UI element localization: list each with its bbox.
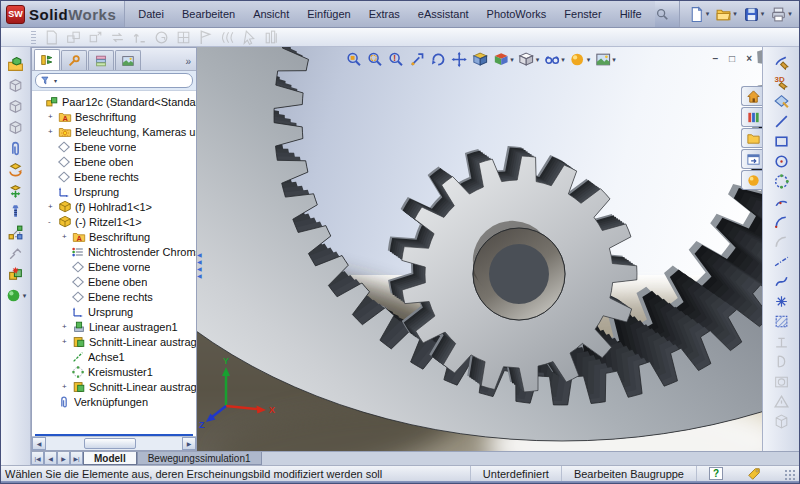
- featuremanager-tab[interactable]: [34, 49, 60, 70]
- circle-button[interactable]: [768, 151, 794, 171]
- print-button[interactable]: ▾: [768, 4, 794, 25]
- hide-show-items-button[interactable]: ▾: [541, 50, 567, 69]
- tree-item-schnitt-2[interactable]: + Schnitt-Linear austragen2: [32, 379, 196, 394]
- sketch-tool-gray-1[interactable]: [768, 331, 794, 351]
- explode-line-sketch-button[interactable]: ▾: [3, 243, 29, 264]
- rotate-view-button[interactable]: ▾: [427, 50, 448, 69]
- menu-item[interactable]: Datei: [129, 8, 173, 20]
- component-tool-3[interactable]: ▾: [3, 117, 29, 138]
- centerline-button[interactable]: [768, 251, 794, 271]
- quick-tips-icon[interactable]: ?: [709, 467, 723, 480]
- zoom-to-fit-button[interactable]: ▾: [343, 50, 364, 69]
- tree-item-ursprung[interactable]: Ursprung: [32, 184, 196, 199]
- task-pane-resources-tab[interactable]: [741, 86, 764, 106]
- resize-grip[interactable]: [783, 468, 797, 480]
- open-button[interactable]: ▾: [713, 4, 739, 25]
- tree-item-ebene-vorne-2[interactable]: Ebene vorne: [32, 259, 196, 274]
- search-icon[interactable]: [655, 7, 669, 21]
- tree-expander[interactable]: +: [61, 323, 72, 331]
- zoom-in-out-button[interactable]: !▾: [385, 50, 406, 69]
- three-point-arc-button[interactable]: [768, 231, 794, 251]
- tangent-arc-button[interactable]: [768, 211, 794, 231]
- tree-item-root[interactable]: Paar12c (Standard<Standard_Anz: [32, 94, 196, 109]
- zoom-to-selection-button[interactable]: ▾: [406, 50, 427, 69]
- appearances-button[interactable]: ▾: [567, 50, 593, 69]
- asm-tool-4[interactable]: [107, 27, 128, 48]
- rectangle-button[interactable]: [768, 131, 794, 151]
- tab-bewegungssimulation[interactable]: Bewegungssimulation1: [137, 452, 262, 465]
- graphics-area[interactable]: YXZ ▾▾!▾▾▾▾▾▾▾▾▾▾ –□× ◀◀◀◀: [197, 47, 764, 451]
- tab-overflow-chevron[interactable]: »: [185, 56, 194, 70]
- tree-expander[interactable]: +: [47, 203, 58, 211]
- new-document-button[interactable]: ▾: [686, 4, 712, 25]
- scroll-right-button[interactable]: ▶: [182, 437, 196, 450]
- circular-sketch-pattern-button[interactable]: [768, 171, 794, 191]
- menu-item[interactable]: Ansicht: [244, 8, 298, 20]
- tree-item-ebene-vorne[interactable]: Ebene vorne: [32, 139, 196, 154]
- task-pane-file-explorer-tab[interactable]: [741, 128, 764, 148]
- exploded-view-button[interactable]: ▾: [3, 222, 29, 243]
- menu-item[interactable]: Bearbeiten: [173, 8, 244, 20]
- panel-splitter[interactable]: ◀◀◀◀: [197, 252, 202, 280]
- tree-item-linear-austragen[interactable]: + Linear austragen1: [32, 319, 196, 334]
- area-hatch-button[interactable]: [768, 311, 794, 331]
- interference-detection-button[interactable]: ▾: [3, 264, 29, 285]
- move-component-button[interactable]: ▾: [3, 180, 29, 201]
- menu-item[interactable]: Einfügen: [298, 8, 359, 20]
- sketch-3d-button[interactable]: 3D: [768, 71, 794, 91]
- asm-tool-5[interactable]: [129, 27, 150, 48]
- section-view-button[interactable]: ▾: [469, 50, 490, 69]
- document-restore-button[interactable]: □: [729, 53, 735, 64]
- menu-item[interactable]: eAssistant: [409, 8, 478, 20]
- mate-button[interactable]: ▾: [3, 138, 29, 159]
- document-minimize-button[interactable]: –: [713, 53, 719, 64]
- menu-item[interactable]: Extras: [360, 8, 409, 20]
- asm-tool-8[interactable]: [195, 27, 216, 48]
- tree-item-ebene-rechts[interactable]: Ebene rechts: [32, 169, 196, 184]
- tree-expander[interactable]: +: [61, 338, 72, 346]
- tree-item-verknuepfungen[interactable]: Verknüpfungen: [32, 394, 196, 409]
- tree-expander[interactable]: +: [61, 383, 72, 391]
- rotate-component-button[interactable]: ▾: [3, 159, 29, 180]
- tab-modell[interactable]: Modell: [83, 452, 137, 465]
- smart-fasteners-button[interactable]: ▾: [3, 201, 29, 222]
- tree-item-beschriftung[interactable]: + A Beschriftung: [32, 109, 196, 124]
- point-button[interactable]: [768, 291, 794, 311]
- zoom-to-area-button[interactable]: ▾: [364, 50, 385, 69]
- asm-tool-1[interactable]: [41, 27, 62, 48]
- tree-item-ebene-rechts-2[interactable]: Ebene rechts: [32, 289, 196, 304]
- centerpoint-arc-button[interactable]: [768, 191, 794, 211]
- task-pane-appearances-tab[interactable]: [741, 170, 764, 190]
- tab-next-button[interactable]: ▶: [57, 452, 70, 465]
- tree-item-hohlrad[interactable]: + (f) Hohlrad1<1>: [32, 199, 196, 214]
- menu-item[interactable]: PhotoWorks: [478, 8, 556, 20]
- asm-tool-3[interactable]: [85, 27, 106, 48]
- component-tool-2[interactable]: ▾: [3, 96, 29, 117]
- gear-assembly-render[interactable]: YXZ: [197, 47, 764, 451]
- tree-horizontal-scrollbar[interactable]: ◀ ▶: [32, 436, 196, 450]
- menu-item[interactable]: Hilfe: [611, 8, 651, 20]
- sketch-tool-gray-5[interactable]: [768, 411, 794, 431]
- asm-tool-6[interactable]: [151, 27, 172, 48]
- task-pane-view-palette-tab[interactable]: [741, 149, 764, 169]
- sketch-tool-gray-4[interactable]: [768, 391, 794, 411]
- apply-scene-button[interactable]: ▾: [592, 50, 618, 69]
- asm-tool-9[interactable]: [217, 27, 238, 48]
- asm-tool-7[interactable]: [173, 27, 194, 48]
- tree-expander[interactable]: +: [47, 128, 58, 136]
- tab-prev-button[interactable]: ◀: [44, 452, 57, 465]
- tab-first-button[interactable]: |◀: [31, 452, 44, 465]
- displaymanager-tab[interactable]: [115, 50, 141, 70]
- undo-button[interactable]: ▾: [796, 4, 800, 25]
- view-orientation-button[interactable]: ▾: [490, 50, 516, 69]
- menu-item[interactable]: Fenster: [555, 8, 610, 20]
- asm-tool-2[interactable]: [63, 27, 84, 48]
- tree-item-schnitt-1[interactable]: + Schnitt-Linear austragen1: [32, 334, 196, 349]
- save-button[interactable]: ▾: [741, 4, 767, 25]
- pan-button[interactable]: ▾: [448, 50, 469, 69]
- tree-item-achse1[interactable]: Achse1: [32, 349, 196, 364]
- sketch-tool-gray-3[interactable]: [768, 371, 794, 391]
- tree-expander[interactable]: -: [47, 218, 58, 226]
- asm-tool-11[interactable]: [261, 27, 282, 48]
- tree-item-ritzel[interactable]: - (-) Ritzel1<1>: [32, 214, 196, 229]
